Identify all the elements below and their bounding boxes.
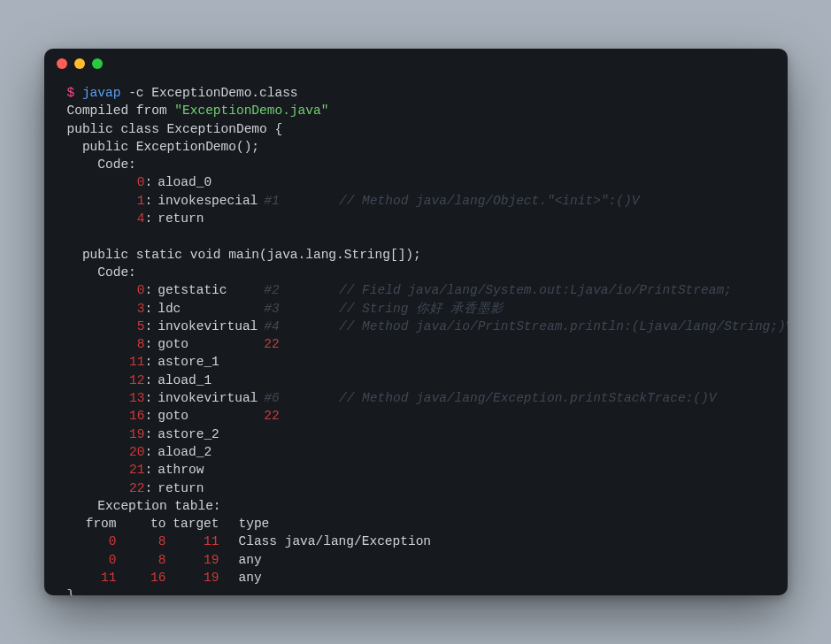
bytecode-mnemonic: aload_0 bbox=[152, 173, 264, 191]
bytecode-comment: // String 你好 承香墨影 bbox=[339, 300, 504, 318]
bytecode-index: 0 bbox=[67, 173, 145, 191]
prompt-symbol: $ bbox=[67, 86, 75, 100]
exc-to: 16 bbox=[117, 569, 166, 586]
exc-header-type: type bbox=[219, 515, 270, 533]
minimize-icon[interactable] bbox=[74, 58, 85, 69]
compiled-from-label: Compiled from bbox=[67, 104, 175, 118]
blank-line bbox=[67, 227, 765, 245]
exc-target: 11 bbox=[166, 533, 219, 550]
bytecode-colon: : bbox=[145, 373, 153, 387]
exc-to: 8 bbox=[117, 551, 166, 569]
bytecode-line: 20:aload_2 bbox=[67, 443, 765, 461]
bytecode-line: 13:invokevirtual#6 // Method java/lang/E… bbox=[67, 389, 765, 407]
compiled-from-line: Compiled from "ExceptionDemo.java" bbox=[67, 102, 765, 119]
bytecode-mnemonic: aload_1 bbox=[152, 372, 264, 389]
bytecode-line: 12:aload_1 bbox=[67, 372, 765, 389]
bytecode-colon: : bbox=[145, 391, 153, 405]
exc-type: Class java/lang/Exception bbox=[219, 533, 432, 550]
bytecode-index: 22 bbox=[67, 479, 145, 497]
exception-table-body: 0811Class java/lang/Exception0819any1116… bbox=[67, 533, 765, 586]
bytecode-line: 5:invokevirtual#4 // Method java/io/Prin… bbox=[67, 318, 765, 335]
exception-table-row: 0819any bbox=[67, 551, 765, 569]
bytecode-colon: : bbox=[145, 194, 153, 208]
bytecode-index: 13 bbox=[67, 389, 145, 407]
command-flag: -c bbox=[128, 86, 143, 100]
bytecode-index: 4 bbox=[67, 210, 145, 227]
bytecode-line: 0:aload_0 bbox=[67, 173, 765, 191]
bytecode-colon: : bbox=[145, 337, 153, 351]
bytecode-mnemonic: return bbox=[152, 210, 264, 227]
bytecode-index: 11 bbox=[67, 353, 145, 371]
bytecode-index: 0 bbox=[67, 281, 145, 299]
bytecode-line: 1:invokespecial#1 // Method java/lang/Ob… bbox=[67, 192, 765, 210]
bytecode-mnemonic: getstatic bbox=[152, 281, 264, 299]
bytecode-colon: : bbox=[145, 481, 153, 495]
exception-table-row: 0811Class java/lang/Exception bbox=[67, 533, 765, 550]
bytecode-comment: // Method java/io/PrintStream.println:(L… bbox=[339, 318, 787, 335]
exc-header-to: to bbox=[117, 515, 166, 533]
bytecode-comment: // Method java/lang/Object."<init>":()V bbox=[339, 192, 639, 210]
bytecode-index: 3 bbox=[67, 300, 145, 318]
bytecode-colon: : bbox=[145, 211, 153, 226]
exc-header-target: target bbox=[166, 515, 219, 533]
bytecode-index: 5 bbox=[67, 318, 145, 335]
zoom-icon[interactable] bbox=[92, 58, 103, 69]
bytecode-mnemonic: aload_2 bbox=[152, 443, 264, 461]
bytecode-ref: #1 bbox=[264, 192, 308, 210]
main-body: 0:getstatic#2 // Field java/lang/System.… bbox=[67, 281, 765, 497]
command-name: javap bbox=[82, 86, 121, 100]
bytecode-colon: : bbox=[145, 409, 153, 423]
bytecode-index: 20 bbox=[67, 443, 145, 461]
bytecode-ref: #2 bbox=[264, 281, 308, 299]
bytecode-line: 19:astore_2 bbox=[67, 426, 765, 443]
bytecode-index: 19 bbox=[67, 426, 145, 443]
compiled-from-value: "ExceptionDemo.java" bbox=[174, 104, 328, 118]
bytecode-index: 21 bbox=[67, 461, 145, 479]
bytecode-line: 21:athrow bbox=[67, 461, 765, 479]
bytecode-comment: // Method java/lang/Exception.printStack… bbox=[339, 389, 716, 407]
exc-type: any bbox=[219, 551, 262, 569]
bytecode-line: 11:astore_1 bbox=[67, 353, 765, 371]
bytecode-line: 0:getstatic#2 // Field java/lang/System.… bbox=[67, 281, 765, 299]
main-code-label: Code: bbox=[67, 264, 765, 281]
class-close: } bbox=[67, 586, 765, 595]
exc-from: 0 bbox=[67, 551, 117, 569]
bytecode-colon: : bbox=[145, 283, 153, 297]
bytecode-index: 8 bbox=[67, 335, 145, 353]
bytecode-mnemonic: goto bbox=[152, 335, 264, 353]
command-arg: ExceptionDemo.class bbox=[151, 86, 297, 100]
bytecode-colon: : bbox=[145, 175, 153, 189]
stage: $ javap -c ExceptionDemo.classCompiled f… bbox=[0, 0, 831, 644]
command-line: $ javap -c ExceptionDemo.class bbox=[67, 84, 765, 102]
bytecode-mnemonic: goto bbox=[152, 407, 264, 425]
bytecode-colon: : bbox=[145, 319, 153, 334]
bytecode-ref: #3 bbox=[264, 300, 308, 318]
bytecode-colon: : bbox=[145, 445, 153, 459]
bytecode-mnemonic: ldc bbox=[152, 300, 264, 318]
close-icon[interactable] bbox=[57, 58, 67, 69]
bytecode-mnemonic: invokevirtual bbox=[152, 389, 264, 407]
bytecode-ref: #6 bbox=[264, 389, 308, 407]
bytecode-colon: : bbox=[145, 427, 153, 441]
exc-header-from: from bbox=[67, 515, 117, 533]
bytecode-line: 3:ldc#3 // String 你好 承香墨影 bbox=[67, 300, 765, 318]
exc-from: 0 bbox=[67, 533, 117, 550]
exc-type: any bbox=[219, 569, 262, 586]
ctor-code-label: Code: bbox=[67, 156, 765, 173]
exc-target: 19 bbox=[166, 551, 219, 569]
terminal-content: $ javap -c ExceptionDemo.classCompiled f… bbox=[44, 79, 788, 595]
bytecode-target: 22 bbox=[264, 335, 308, 353]
bytecode-mnemonic: astore_2 bbox=[152, 426, 264, 443]
bytecode-mnemonic: athrow bbox=[152, 461, 264, 479]
bytecode-line: 16:goto22 bbox=[67, 407, 765, 425]
bytecode-colon: : bbox=[145, 463, 153, 477]
exc-target: 19 bbox=[166, 569, 219, 586]
bytecode-target: 22 bbox=[264, 407, 308, 425]
bytecode-mnemonic: astore_1 bbox=[152, 353, 264, 371]
bytecode-ref: #4 bbox=[264, 318, 308, 335]
exception-table-header: fromtotargettype bbox=[67, 515, 765, 533]
bytecode-mnemonic: invokevirtual bbox=[152, 318, 264, 335]
bytecode-mnemonic: invokespecial bbox=[152, 192, 264, 210]
ctor-signature: public ExceptionDemo(); bbox=[67, 138, 765, 156]
bytecode-line: 4:return bbox=[67, 210, 765, 227]
